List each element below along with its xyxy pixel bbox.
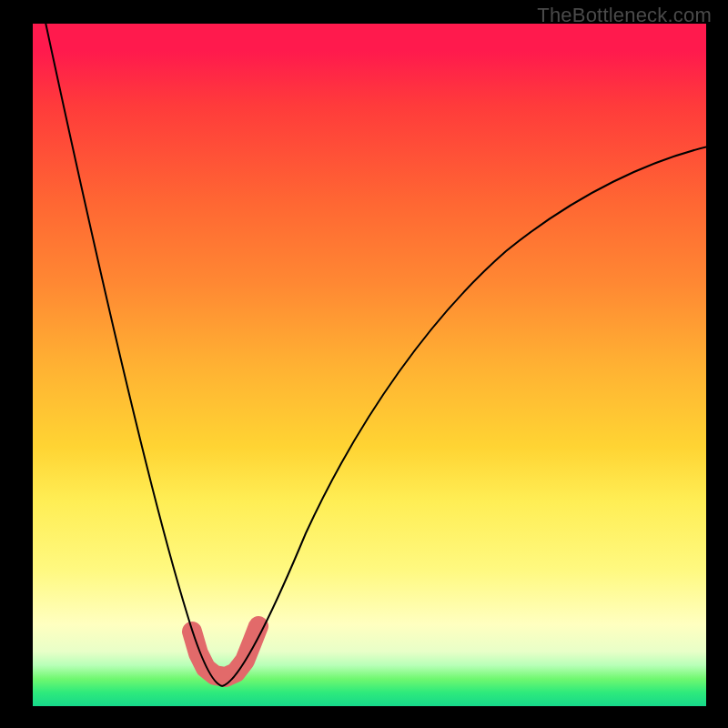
watermark-text: TheBottleneck.com bbox=[537, 4, 712, 27]
curve-right bbox=[222, 147, 706, 686]
optimal-zone-marker bbox=[192, 626, 258, 677]
bottleneck-curve-svg bbox=[33, 24, 706, 706]
chart-frame bbox=[33, 24, 706, 706]
curve-left bbox=[42, 24, 222, 686]
